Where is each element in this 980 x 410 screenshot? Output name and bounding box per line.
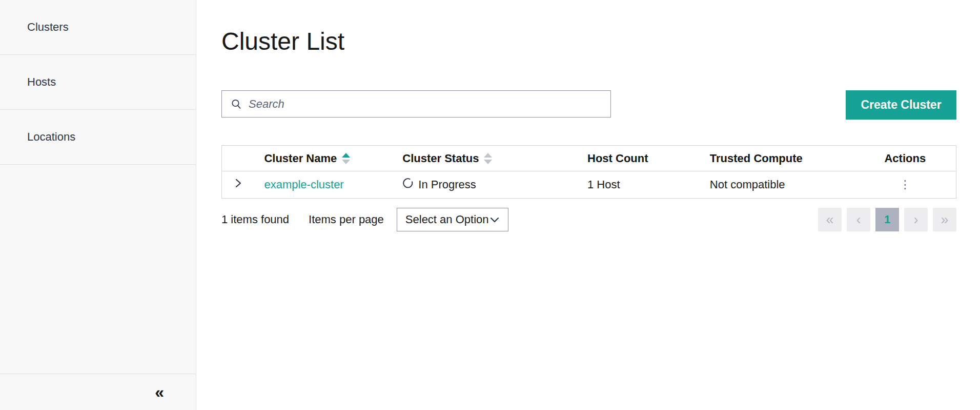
sidebar-item-locations[interactable]: Locations — [0, 110, 196, 165]
table-row: example-cluster In Progress 1 Host — [222, 171, 956, 199]
column-header-label: Cluster Name — [264, 152, 337, 165]
in-progress-spinner-icon — [402, 178, 414, 192]
trusted-compute-cell: Not compatible — [701, 171, 854, 199]
page-title: Cluster List — [221, 27, 956, 56]
previous-page-button[interactable]: ‹ — [847, 208, 870, 231]
actions-cell: ⋮ — [854, 171, 956, 199]
page-size-select[interactable]: Select an Option — [397, 208, 508, 231]
sidebar: Clusters Hosts Locations « — [0, 0, 196, 410]
sidebar-item-label: Locations — [27, 130, 75, 144]
search-icon — [231, 99, 242, 110]
current-page-button[interactable]: 1 — [875, 208, 899, 231]
sidebar-collapse-icon[interactable]: « — [155, 384, 164, 400]
sidebar-item-hosts[interactable]: Hosts — [0, 55, 196, 110]
main-content: Cluster List Create Cluster — [196, 0, 980, 410]
column-header-cluster-status[interactable]: Cluster Status — [393, 146, 578, 171]
column-header-trusted-compute: Trusted Compute — [701, 146, 854, 171]
table-header-row: Cluster Name Cluster Status — [222, 146, 956, 171]
first-page-button[interactable]: « — [818, 208, 842, 231]
toolbar: Create Cluster — [221, 90, 956, 120]
cluster-name-link[interactable]: example-cluster — [264, 178, 343, 191]
status-text: In Progress — [418, 178, 476, 191]
create-cluster-button[interactable]: Create Cluster — [846, 90, 956, 120]
last-page-button[interactable]: » — [933, 208, 956, 231]
pager: « ‹ 1 › » — [818, 208, 956, 231]
sort-asc-arrow-icon — [342, 153, 350, 158]
chevron-down-icon — [489, 216, 500, 223]
cluster-table: Cluster Name Cluster Status — [221, 145, 956, 199]
chevron-right-icon[interactable] — [234, 178, 243, 192]
sidebar-item-clusters[interactable]: Clusters — [0, 0, 196, 55]
page-size-selected-value: Select an Option — [405, 213, 489, 226]
items-per-page-label: Items per page — [309, 213, 384, 226]
expand-row-cell — [222, 171, 255, 199]
expand-column-header — [222, 146, 255, 171]
sidebar-footer: « — [0, 374, 196, 410]
cluster-status-cell: In Progress — [393, 171, 578, 199]
column-header-label: Cluster Status — [402, 152, 479, 165]
sidebar-item-label: Hosts — [27, 75, 56, 89]
sidebar-spacer — [0, 165, 196, 374]
sort-icon-cluster-name[interactable] — [342, 153, 350, 164]
kebab-menu-icon[interactable]: ⋮ — [900, 178, 911, 191]
column-header-actions: Actions — [854, 146, 956, 171]
column-header-host-count: Host Count — [578, 146, 701, 171]
sort-desc-arrow-icon — [342, 160, 350, 164]
cluster-name-cell: example-cluster — [255, 171, 393, 199]
search-box[interactable] — [221, 90, 611, 118]
sort-desc-arrow-icon — [484, 160, 492, 164]
sort-asc-arrow-icon — [484, 153, 492, 158]
column-header-cluster-name[interactable]: Cluster Name — [255, 146, 393, 171]
search-input[interactable] — [249, 97, 602, 111]
items-found-text: 1 items found — [221, 213, 289, 226]
sort-icon-cluster-status[interactable] — [484, 153, 492, 164]
next-page-button[interactable]: › — [904, 208, 928, 231]
host-count-cell: 1 Host — [578, 171, 701, 199]
pagination-bar: 1 items found Items per page Select an O… — [221, 208, 956, 231]
sidebar-item-label: Clusters — [27, 21, 69, 34]
